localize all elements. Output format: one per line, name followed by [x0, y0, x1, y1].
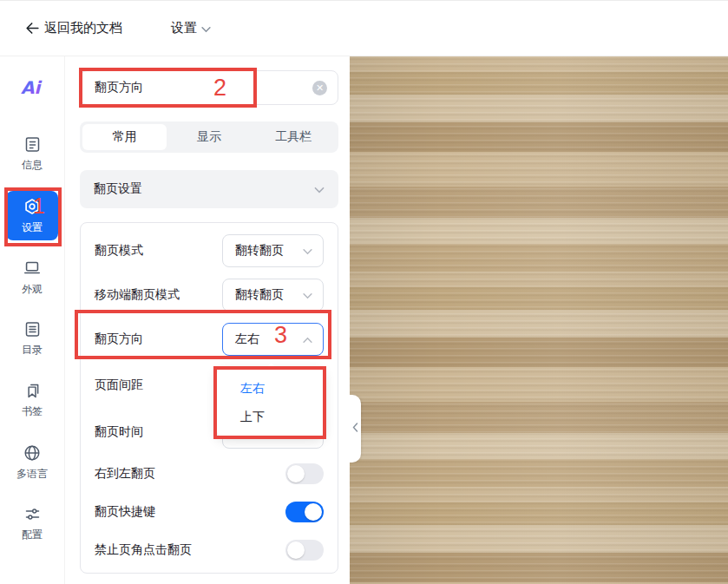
chevron-up-icon: [303, 332, 312, 346]
document-preview: [350, 56, 728, 584]
row-label: 翻页快捷键: [95, 504, 155, 520]
app-logo-icon: Ai: [20, 77, 44, 98]
toggle-knob: [305, 503, 322, 521]
search-input[interactable]: [84, 81, 312, 95]
chevron-left-icon: [352, 423, 358, 435]
flip-settings-section-header[interactable]: 翻页设置: [80, 170, 338, 208]
dropdown-option-vertical[interactable]: 上下: [217, 403, 324, 431]
row-label: 翻页方向: [95, 331, 143, 347]
sidebar-item-config[interactable]: 配置: [6, 499, 58, 548]
chevron-down-icon: [201, 21, 211, 36]
tab-common[interactable]: 常用: [82, 124, 167, 150]
settings-panel: ✕ 常用 显示 工具栏 翻页设置 翻页模式 翻转翻页: [65, 56, 350, 584]
toggle-knob: [287, 465, 305, 482]
sidebar: Ai 信息 设置: [0, 56, 65, 584]
clear-search-icon[interactable]: ✕: [312, 81, 327, 95]
row-label: 翻页时间: [95, 424, 143, 440]
row-label: 移动端翻页模式: [95, 287, 180, 303]
toggle-knob: [287, 541, 305, 559]
row-label: 禁止页角点击翻页: [95, 542, 192, 558]
select-value: 翻转翻页: [235, 287, 284, 303]
row-label: 页面间距: [95, 377, 143, 393]
dropdown-option-horizontal[interactable]: 左右: [217, 374, 324, 403]
setting-row-flip-shortcut: 翻页快捷键: [95, 501, 324, 523]
select-value: 左右: [235, 331, 259, 347]
setting-row-disable-corner-click: 禁止页角点击翻页: [95, 539, 324, 561]
setting-row-flip-direction: 翻页方向 左右: [95, 323, 324, 356]
sidebar-item-label: 目录: [22, 343, 43, 358]
flip-mode-select[interactable]: 翻转翻页: [222, 234, 324, 267]
tab-toolbar[interactable]: 工具栏: [252, 124, 336, 150]
sidebar-item-label: 书签: [22, 404, 43, 419]
sliders-icon: [23, 505, 42, 523]
app-window: 返回我的文档 设置 Ai: [0, 0, 728, 584]
section-title: 翻页设置: [94, 181, 142, 197]
bookmark-icon: [23, 382, 42, 400]
mobile-flip-mode-select[interactable]: 翻转翻页: [222, 279, 324, 312]
panel-collapse-handle[interactable]: [350, 395, 361, 463]
settings-menu-button[interactable]: 设置: [171, 20, 211, 36]
sidebar-item-info[interactable]: 信息: [6, 129, 58, 179]
sidebar-item-label: 配置: [22, 528, 43, 542]
globe-icon: [23, 443, 42, 463]
info-card-icon: [23, 135, 42, 154]
chevron-down-icon: [303, 244, 312, 258]
sidebar-item-label: 多语言: [16, 467, 48, 482]
back-to-documents-button[interactable]: 返回我的文档: [24, 20, 122, 36]
sidebar-nav: 信息 设置 外观: [6, 129, 58, 548]
setting-row-flip-mode: 翻页模式 翻转翻页: [95, 234, 324, 267]
sidebar-item-label: 外观: [22, 282, 43, 297]
search-box: ✕: [80, 70, 338, 105]
setting-row-rtl-flip: 右到左翻页: [95, 463, 324, 485]
setting-row-mobile-flip-mode: 移动端翻页模式 翻转翻页: [95, 279, 324, 312]
back-arrow-icon: [24, 20, 41, 36]
top-bar: 返回我的文档 设置: [0, 1, 728, 56]
flip-direction-dropdown: 左右 上下: [217, 368, 324, 437]
panel-tabs: 常用 显示 工具栏: [80, 121, 338, 153]
row-label: 翻页模式: [95, 243, 143, 259]
laptop-icon: [23, 259, 42, 278]
disable-corner-click-toggle[interactable]: [285, 540, 324, 561]
sidebar-item-toc[interactable]: 目录: [6, 314, 58, 364]
select-value: 翻转翻页: [235, 243, 284, 259]
sidebar-item-settings[interactable]: 设置: [6, 191, 58, 240]
flip-shortcut-toggle[interactable]: [285, 502, 324, 522]
svg-text:Ai: Ai: [21, 77, 42, 98]
flip-direction-select[interactable]: 左右: [222, 323, 324, 356]
gear-icon: [23, 197, 42, 216]
tab-display[interactable]: 显示: [167, 124, 251, 150]
sidebar-item-bookmark[interactable]: 书签: [6, 376, 58, 425]
toc-list-icon: [23, 320, 42, 338]
sidebar-item-multilanguage[interactable]: 多语言: [6, 437, 58, 487]
row-label: 右到左翻页: [95, 466, 155, 482]
settings-menu-label: 设置: [171, 20, 197, 36]
chevron-down-icon: [303, 288, 312, 302]
sidebar-item-label: 信息: [22, 158, 43, 173]
chevron-down-icon: [314, 182, 325, 196]
sidebar-item-appearance[interactable]: 外观: [6, 253, 58, 302]
rtl-flip-toggle[interactable]: [285, 463, 324, 484]
sidebar-item-label: 设置: [22, 220, 43, 235]
main-area: Ai 信息 设置: [0, 56, 728, 584]
back-label: 返回我的文档: [44, 20, 122, 36]
